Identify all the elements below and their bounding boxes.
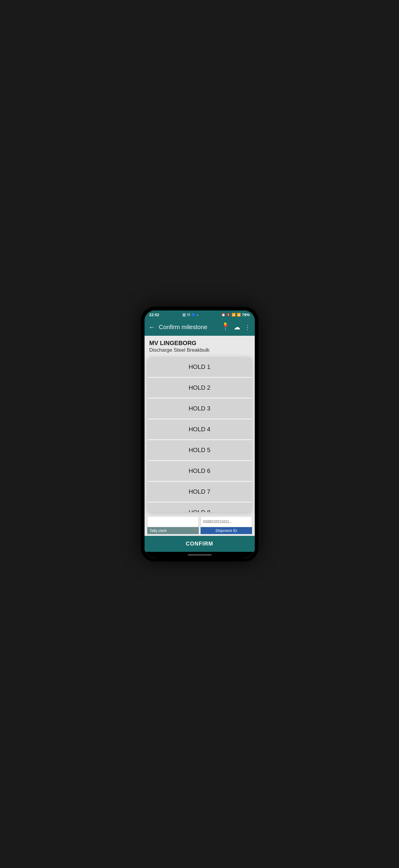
hold-item-3[interactable]: HOLD 3 (147, 398, 252, 419)
status-right-icons: ⏰ 🔇 📶 📶 79% (221, 313, 250, 317)
mute-icon: 🔇 (227, 313, 231, 317)
shipment-id-field-group: Shipment ID (201, 516, 252, 534)
shipment-id-input[interactable] (201, 516, 252, 527)
wifi-icon: 📶 (232, 313, 236, 317)
hold-item-6[interactable]: HOLD 6 (147, 461, 252, 482)
phone-screen: 22:52 🖼 Ⓜ 🔵 • ⏰ 🔇 📶 📶 79% ← Confirm mile… (144, 310, 255, 558)
shipment-id-label: Shipment ID (201, 527, 252, 534)
status-bar: 22:52 🖼 Ⓜ 🔵 • ⏰ 🔇 📶 📶 79% (144, 310, 255, 319)
app-title: Confirm milestone (159, 324, 218, 331)
location-icon-wrap[interactable]: 📍 (221, 323, 229, 331)
app-bar-icons: 📍 ☁ ⋮ (221, 323, 251, 331)
facebook-icon: 🔵 (192, 313, 196, 317)
hold-item-2[interactable]: HOLD 2 (147, 378, 252, 398)
battery-percent: 79% (242, 313, 250, 317)
app-bar: ← Confirm milestone 📍 ☁ ⋮ (144, 319, 255, 336)
tally-clerk-field-group: Tally clerk * (147, 516, 199, 534)
nav-indicator (188, 554, 212, 555)
bottom-fields: Tally clerk * Shipment ID (144, 516, 255, 534)
back-button[interactable]: ← (149, 324, 155, 331)
hold-item-5[interactable]: HOLD 5 (147, 440, 252, 461)
vessel-operation: Discharge Steel Breakbulk (149, 347, 250, 353)
location-dot (224, 322, 227, 325)
vessel-name: MV LINGEBORG (149, 339, 250, 347)
alarm-icon: ⏰ (221, 313, 226, 317)
mail-icon: Ⓜ (187, 313, 190, 317)
cloud-sync-icon[interactable]: ☁ (234, 323, 240, 331)
dot-icon: • (197, 313, 198, 317)
gallery-icon: 🖼 (182, 313, 186, 317)
hold-item-1[interactable]: HOLD 1 (147, 357, 252, 378)
hold-item-7[interactable]: HOLD 7 (147, 482, 252, 502)
nav-bar (144, 552, 255, 558)
status-icons: 🖼 Ⓜ 🔵 • (182, 313, 198, 317)
tally-clerk-label: Tally clerk * (147, 527, 199, 534)
required-star: * (195, 528, 196, 533)
signal-icon: 📶 (237, 313, 241, 317)
hold-item-8[interactable]: HOLD 8 (147, 502, 252, 512)
hold-dropdown: HOLD 1 HOLD 2 HOLD 3 HOLD 4 HOLD 5 HOLD … (147, 357, 252, 512)
hold-item-4[interactable]: HOLD 4 (147, 419, 252, 440)
status-time: 22:52 (149, 313, 159, 317)
confirm-button[interactable]: CONFIRM (144, 536, 255, 552)
page-content: MV LINGEBORG Discharge Steel Breakbulk H… (144, 336, 255, 552)
vessel-section: MV LINGEBORG Discharge Steel Breakbulk (144, 336, 255, 355)
tally-clerk-input[interactable] (147, 516, 199, 527)
more-options-icon[interactable]: ⋮ (244, 324, 251, 331)
phone-frame: 22:52 🖼 Ⓜ 🔵 • ⏰ 🔇 📶 📶 79% ← Confirm mile… (141, 307, 258, 561)
